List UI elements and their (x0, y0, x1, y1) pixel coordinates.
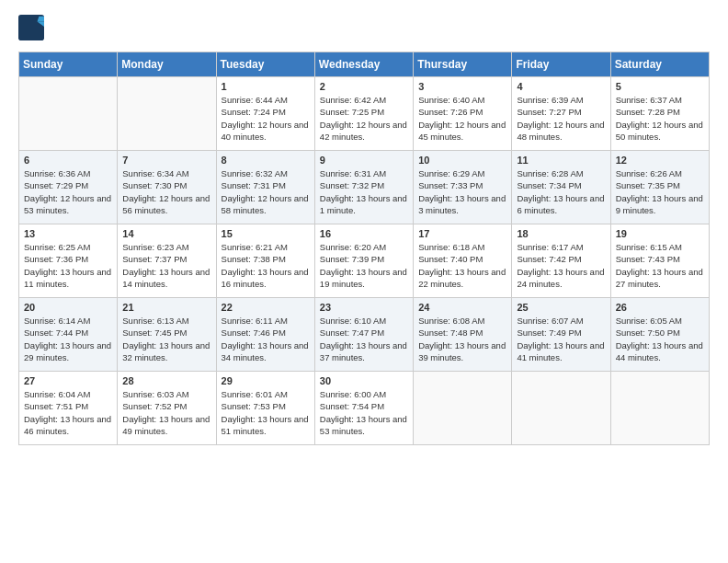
calendar-cell: 8Sunrise: 6:32 AM Sunset: 7:31 PM Daylig… (216, 151, 314, 224)
calendar-cell: 3Sunrise: 6:40 AM Sunset: 7:26 PM Daylig… (414, 77, 512, 151)
day-info: Sunrise: 6:29 AM Sunset: 7:33 PM Dayligh… (418, 167, 506, 216)
day-info: Sunrise: 6:11 AM Sunset: 7:46 PM Dayligh… (222, 315, 310, 363)
day-header-wednesday: Wednesday (314, 52, 413, 77)
calendar-cell: 4Sunrise: 6:39 AM Sunset: 7:27 PM Daylig… (512, 77, 610, 151)
calendar-cell: 15Sunrise: 6:21 AM Sunset: 7:38 PM Dayli… (216, 224, 314, 298)
logo (18, 15, 48, 40)
calendar-cell (118, 77, 216, 151)
day-info: Sunrise: 6:26 AM Sunset: 7:35 PM Dayligh… (616, 167, 704, 216)
day-header-sunday: Sunday (19, 52, 118, 77)
day-number: 24 (418, 302, 506, 313)
day-info: Sunrise: 6:15 AM Sunset: 7:43 PM Dayligh… (616, 241, 704, 290)
day-info: Sunrise: 6:21 AM Sunset: 7:38 PM Dayligh… (222, 241, 310, 290)
calendar-cell: 9Sunrise: 6:31 AM Sunset: 7:32 PM Daylig… (314, 151, 413, 224)
day-header-friday: Friday (512, 52, 610, 77)
day-number: 23 (320, 302, 408, 313)
day-info: Sunrise: 6:01 AM Sunset: 7:53 PM Dayligh… (222, 388, 310, 437)
calendar-cell (610, 372, 709, 445)
day-info: Sunrise: 6:23 AM Sunset: 7:37 PM Dayligh… (122, 241, 210, 290)
day-number: 19 (616, 228, 704, 239)
calendar-cell: 18Sunrise: 6:17 AM Sunset: 7:42 PM Dayli… (512, 224, 610, 298)
day-info: Sunrise: 6:14 AM Sunset: 7:44 PM Dayligh… (24, 315, 112, 363)
day-info: Sunrise: 6:00 AM Sunset: 7:54 PM Dayligh… (320, 388, 408, 437)
calendar-cell: 24Sunrise: 6:08 AM Sunset: 7:48 PM Dayli… (414, 298, 512, 372)
day-info: Sunrise: 6:07 AM Sunset: 7:49 PM Dayligh… (517, 315, 605, 363)
day-info: Sunrise: 6:18 AM Sunset: 7:40 PM Dayligh… (418, 241, 506, 290)
calendar-cell: 11Sunrise: 6:28 AM Sunset: 7:34 PM Dayli… (512, 151, 610, 224)
day-number: 28 (122, 375, 210, 386)
day-number: 29 (222, 375, 310, 386)
day-number: 22 (222, 302, 310, 313)
day-number: 2 (320, 81, 408, 92)
calendar-cell: 13Sunrise: 6:25 AM Sunset: 7:36 PM Dayli… (19, 224, 118, 298)
calendar-cell: 19Sunrise: 6:15 AM Sunset: 7:43 PM Dayli… (610, 224, 709, 298)
day-header-tuesday: Tuesday (216, 52, 314, 77)
day-info: Sunrise: 6:04 AM Sunset: 7:51 PM Dayligh… (24, 388, 112, 437)
day-info: Sunrise: 6:08 AM Sunset: 7:48 PM Dayligh… (418, 315, 506, 363)
calendar-cell: 14Sunrise: 6:23 AM Sunset: 7:37 PM Dayli… (118, 224, 216, 298)
day-number: 3 (418, 81, 506, 92)
day-number: 11 (517, 155, 605, 166)
calendar-cell: 7Sunrise: 6:34 AM Sunset: 7:30 PM Daylig… (118, 151, 216, 224)
day-info: Sunrise: 6:17 AM Sunset: 7:42 PM Dayligh… (517, 241, 605, 290)
day-info: Sunrise: 6:05 AM Sunset: 7:50 PM Dayligh… (616, 315, 704, 363)
logo-icon (18, 15, 44, 40)
day-header-thursday: Thursday (414, 52, 512, 77)
calendar-cell: 22Sunrise: 6:11 AM Sunset: 7:46 PM Dayli… (216, 298, 314, 372)
calendar-week-row: 13Sunrise: 6:25 AM Sunset: 7:36 PM Dayli… (19, 224, 710, 298)
day-info: Sunrise: 6:20 AM Sunset: 7:39 PM Dayligh… (320, 241, 408, 290)
day-number: 8 (222, 155, 310, 166)
day-info: Sunrise: 6:25 AM Sunset: 7:36 PM Dayligh… (24, 241, 112, 290)
calendar-table: SundayMondayTuesdayWednesdayThursdayFrid… (18, 52, 710, 445)
calendar-cell (414, 372, 512, 445)
calendar-cell: 23Sunrise: 6:10 AM Sunset: 7:47 PM Dayli… (314, 298, 413, 372)
calendar-cell: 25Sunrise: 6:07 AM Sunset: 7:49 PM Dayli… (512, 298, 610, 372)
calendar-cell: 20Sunrise: 6:14 AM Sunset: 7:44 PM Dayli… (19, 298, 118, 372)
calendar-cell: 21Sunrise: 6:13 AM Sunset: 7:45 PM Dayli… (118, 298, 216, 372)
day-number: 16 (320, 228, 408, 239)
calendar-cell: 5Sunrise: 6:37 AM Sunset: 7:28 PM Daylig… (610, 77, 709, 151)
day-number: 30 (320, 375, 408, 386)
day-info: Sunrise: 6:34 AM Sunset: 7:30 PM Dayligh… (122, 167, 210, 216)
day-info: Sunrise: 6:03 AM Sunset: 7:52 PM Dayligh… (122, 388, 210, 437)
calendar-cell: 2Sunrise: 6:42 AM Sunset: 7:25 PM Daylig… (314, 77, 413, 151)
calendar-cell: 1Sunrise: 6:44 AM Sunset: 7:24 PM Daylig… (216, 77, 314, 151)
day-number: 5 (616, 81, 704, 92)
calendar-week-row: 6Sunrise: 6:36 AM Sunset: 7:29 PM Daylig… (19, 151, 710, 224)
day-number: 17 (418, 228, 506, 239)
calendar-cell: 30Sunrise: 6:00 AM Sunset: 7:54 PM Dayli… (314, 372, 413, 445)
calendar-week-row: 20Sunrise: 6:14 AM Sunset: 7:44 PM Dayli… (19, 298, 710, 372)
day-number: 27 (24, 375, 112, 386)
day-number: 12 (616, 155, 704, 166)
day-info: Sunrise: 6:40 AM Sunset: 7:26 PM Dayligh… (418, 94, 506, 143)
day-info: Sunrise: 6:10 AM Sunset: 7:47 PM Dayligh… (320, 315, 408, 363)
calendar-header-row: SundayMondayTuesdayWednesdayThursdayFrid… (19, 52, 710, 77)
day-info: Sunrise: 6:39 AM Sunset: 7:27 PM Dayligh… (517, 94, 605, 143)
calendar-cell: 26Sunrise: 6:05 AM Sunset: 7:50 PM Dayli… (610, 298, 709, 372)
day-number: 26 (616, 302, 704, 313)
day-number: 25 (517, 302, 605, 313)
day-number: 13 (24, 228, 112, 239)
calendar-body: 1Sunrise: 6:44 AM Sunset: 7:24 PM Daylig… (19, 77, 710, 445)
calendar-cell: 29Sunrise: 6:01 AM Sunset: 7:53 PM Dayli… (216, 372, 314, 445)
day-number: 15 (222, 228, 310, 239)
day-header-saturday: Saturday (610, 52, 709, 77)
day-info: Sunrise: 6:44 AM Sunset: 7:24 PM Dayligh… (222, 94, 310, 143)
calendar-cell: 28Sunrise: 6:03 AM Sunset: 7:52 PM Dayli… (118, 372, 216, 445)
calendar-week-row: 1Sunrise: 6:44 AM Sunset: 7:24 PM Daylig… (19, 77, 710, 151)
day-info: Sunrise: 6:13 AM Sunset: 7:45 PM Dayligh… (122, 315, 210, 363)
day-info: Sunrise: 6:42 AM Sunset: 7:25 PM Dayligh… (320, 94, 408, 143)
calendar-cell (512, 372, 610, 445)
day-info: Sunrise: 6:36 AM Sunset: 7:29 PM Dayligh… (24, 167, 112, 216)
day-number: 14 (122, 228, 210, 239)
calendar-cell: 17Sunrise: 6:18 AM Sunset: 7:40 PM Dayli… (414, 224, 512, 298)
day-info: Sunrise: 6:32 AM Sunset: 7:31 PM Dayligh… (222, 167, 310, 216)
day-number: 10 (418, 155, 506, 166)
calendar-cell: 16Sunrise: 6:20 AM Sunset: 7:39 PM Dayli… (314, 224, 413, 298)
calendar-cell: 12Sunrise: 6:26 AM Sunset: 7:35 PM Dayli… (610, 151, 709, 224)
calendar-week-row: 27Sunrise: 6:04 AM Sunset: 7:51 PM Dayli… (19, 372, 710, 445)
day-number: 7 (122, 155, 210, 166)
calendar-cell: 6Sunrise: 6:36 AM Sunset: 7:29 PM Daylig… (19, 151, 118, 224)
day-number: 9 (320, 155, 408, 166)
day-header-monday: Monday (118, 52, 216, 77)
